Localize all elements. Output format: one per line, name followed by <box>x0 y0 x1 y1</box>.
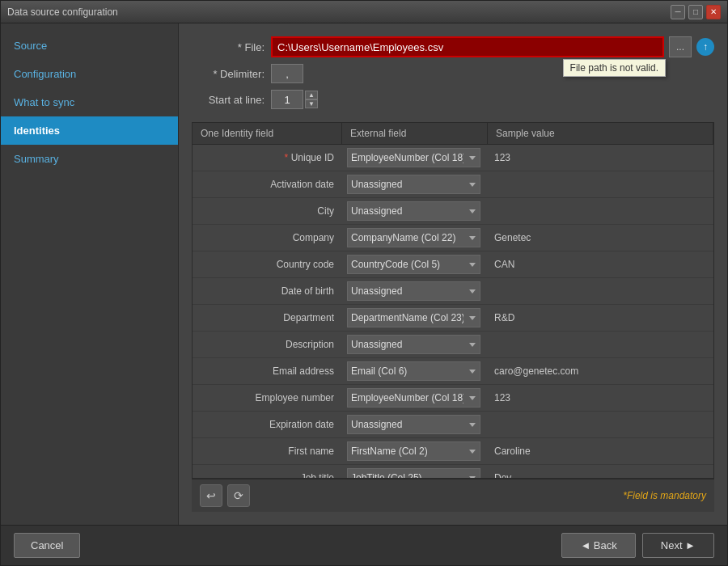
external-field-select[interactable]: Unassigned <box>347 281 480 301</box>
start-line-input[interactable] <box>271 90 303 109</box>
sample-value-cell <box>488 181 713 188</box>
delimiter-input[interactable] <box>271 64 303 83</box>
external-field-select[interactable]: Unassigned <box>347 201 480 221</box>
file-row: * File: ... ↑ File path is not valid. <box>192 36 714 57</box>
undo-button[interactable]: ↩ <box>200 484 222 507</box>
file-info-button[interactable]: ↑ <box>696 38 714 56</box>
spin-up-button[interactable]: ▲ <box>305 91 318 99</box>
file-input[interactable] <box>271 36 664 57</box>
external-field-cell: EmployeeNumber (Col 18) <box>342 145 488 171</box>
minimize-button[interactable]: ─ <box>671 5 685 19</box>
external-field-cell: FirstName (Col 2) <box>342 438 488 464</box>
nav-buttons: ◄ Back Next ► <box>561 533 714 558</box>
sidebar-item-what-to-sync[interactable]: What to sync <box>1 88 178 116</box>
table-row: Country codeCountryCode (Col 5)CAN <box>193 251 713 278</box>
table-row: Expiration dateUnassigned <box>193 412 713 438</box>
table-row: Email addressEmail (Col 6)caro@genetec.c… <box>193 358 713 385</box>
mapping-table: One Identity field External field Sample… <box>192 122 714 479</box>
table-row: * Unique IDEmployeeNumber (Col 18)123 <box>193 145 713 171</box>
field-name-cell: First name <box>193 441 342 461</box>
back-button[interactable]: ◄ Back <box>561 533 635 558</box>
sidebar-item-identities[interactable]: Identities <box>1 116 178 145</box>
external-field-cell: DepartmentName (Col 23) <box>342 305 488 331</box>
external-field-select[interactable]: CountryCode (Col 5) <box>347 255 480 274</box>
window-title: Data source configuration <box>7 6 671 18</box>
file-input-wrapper: ... ↑ File path is not valid. <box>271 36 714 57</box>
field-name-cell: Description <box>193 335 342 354</box>
sample-value-cell <box>488 421 713 428</box>
external-field-cell: JobTitle (Col 25) <box>342 465 488 478</box>
start-line-label: Start at line: <box>192 94 265 106</box>
external-field-select[interactable]: Unassigned <box>347 335 480 354</box>
spin-down-button[interactable]: ▼ <box>305 99 318 108</box>
field-name-cell: Activation date <box>193 175 342 194</box>
external-field-select[interactable]: JobTitle (Col 25) <box>347 468 480 478</box>
table-row: Job titleJobTitle (Col 25)Dev <box>193 465 713 478</box>
table-row: DepartmentDepartmentName (Col 23)R&D <box>193 305 713 332</box>
field-name-cell: Company <box>193 228 342 247</box>
sample-value-cell: caro@genetec.com <box>488 362 713 380</box>
main-window: Data source configuration ─ □ ✕ Source C… <box>0 0 728 566</box>
table-row: Employee numberEmployeeNumber (Col 18)12… <box>193 385 713 412</box>
header-external-field: External field <box>342 123 488 144</box>
external-field-cell: CompanyName (Col 22) <box>342 225 488 251</box>
external-field-select[interactable]: CompanyName (Col 22) <box>347 228 480 247</box>
external-field-select[interactable]: EmployeeNumber (Col 18) <box>347 388 480 408</box>
mandatory-note: *Field is mandatory <box>255 490 706 501</box>
refresh-button[interactable]: ⟳ <box>227 484 250 507</box>
main-area: * File: ... ↑ File path is not valid. * … <box>179 23 727 525</box>
file-browse-button[interactable]: ... <box>669 36 692 57</box>
table-row: DescriptionUnassigned <box>193 332 713 358</box>
sidebar-item-source[interactable]: Source <box>1 32 178 60</box>
external-field-cell: Unassigned <box>342 412 488 437</box>
footer: Cancel ◄ Back Next ► <box>1 525 727 565</box>
sample-value-cell: Caroline <box>488 442 713 460</box>
sample-value-cell: Dev <box>488 469 713 478</box>
title-bar-buttons: ─ □ ✕ <box>671 5 721 19</box>
close-button[interactable]: ✕ <box>706 5 721 19</box>
file-label: * File: <box>192 41 265 53</box>
sidebar-item-configuration[interactable]: Configuration <box>1 60 178 88</box>
sample-value-cell <box>488 341 713 348</box>
sample-value-cell <box>488 288 713 294</box>
delimiter-label: * Delimiter: <box>192 68 265 80</box>
cancel-button[interactable]: Cancel <box>14 533 80 558</box>
maximize-button[interactable]: □ <box>688 5 703 19</box>
field-name-cell: Job title <box>193 468 342 478</box>
external-field-cell: Unassigned <box>342 171 488 197</box>
sample-value-cell <box>488 208 713 214</box>
external-field-select[interactable]: Unassigned <box>347 175 480 194</box>
start-line-row: Start at line: ▲ ▼ <box>192 90 714 109</box>
field-name-cell: City <box>193 201 342 221</box>
field-name-cell: Expiration date <box>193 415 342 434</box>
sample-value-cell: Genetec <box>488 229 713 247</box>
table-row: CityUnassigned <box>193 198 713 225</box>
external-field-cell: Email (Col 6) <box>342 358 488 384</box>
field-name-cell: Department <box>193 308 342 327</box>
external-field-select[interactable]: EmployeeNumber (Col 18) <box>347 148 480 167</box>
table-row: CompanyCompanyName (Col 22)Genetec <box>193 225 713 251</box>
sidebar-item-summary[interactable]: Summary <box>1 145 178 173</box>
external-field-select[interactable]: DepartmentName (Col 23) <box>347 308 480 327</box>
table-body: * Unique IDEmployeeNumber (Col 18)123Act… <box>193 145 713 478</box>
table-row: First nameFirstName (Col 2)Caroline <box>193 438 713 465</box>
external-field-select[interactable]: Unassigned <box>347 415 480 434</box>
form-area: * File: ... ↑ File path is not valid. * … <box>192 36 714 116</box>
undo-icon: ↩ <box>206 489 216 502</box>
table-header: One Identity field External field Sample… <box>193 123 713 145</box>
field-name-cell: Date of birth <box>193 281 342 301</box>
start-line-wrapper: ▲ ▼ <box>271 90 318 109</box>
external-field-select[interactable]: FirstName (Col 2) <box>347 441 480 461</box>
sample-value-cell: 123 <box>488 149 713 167</box>
next-button[interactable]: Next ► <box>642 533 714 558</box>
header-sample-value: Sample value <box>488 123 713 144</box>
external-field-cell: Unassigned <box>342 278 488 304</box>
field-name-cell: Email address <box>193 361 342 381</box>
field-name-cell: * Unique ID <box>193 148 342 167</box>
external-field-cell: CountryCode (Col 5) <box>342 251 488 277</box>
file-error-tooltip: File path is not valid. <box>563 59 666 77</box>
external-field-cell: Unassigned <box>342 198 488 224</box>
external-field-select[interactable]: Email (Col 6) <box>347 361 480 381</box>
sample-value-cell: R&D <box>488 309 713 327</box>
title-bar: Data source configuration ─ □ ✕ <box>1 1 727 23</box>
